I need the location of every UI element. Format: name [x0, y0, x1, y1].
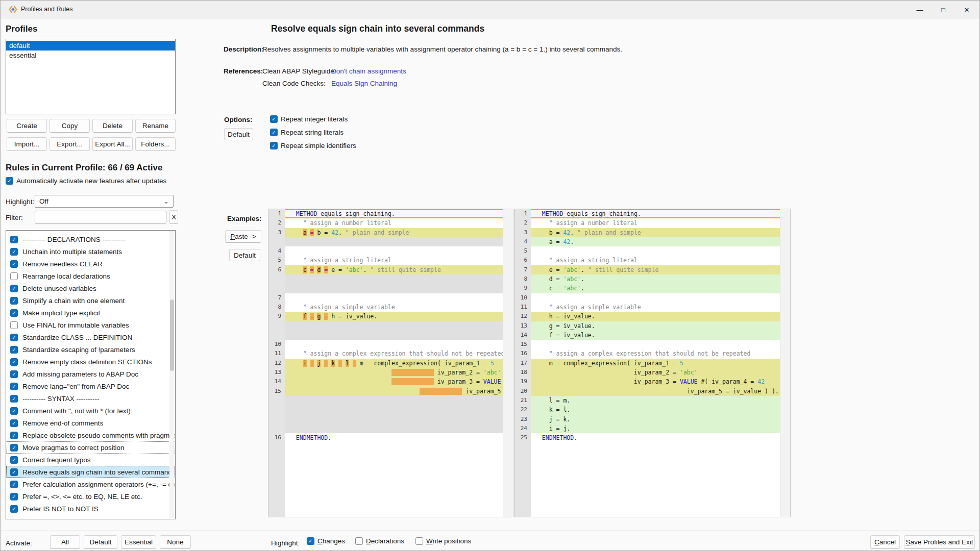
rule-checkbox[interactable]: ✓ [10, 358, 18, 366]
rule-checkbox[interactable]: ✓ [10, 309, 18, 317]
line-number: 9 [514, 284, 531, 293]
examples-default-button[interactable]: Default [229, 249, 260, 261]
rule-checkbox[interactable]: ✓ [10, 370, 18, 378]
rule-checkbox[interactable]: ✓ [10, 334, 18, 341]
rule-checkbox[interactable]: ✓ [10, 395, 18, 403]
line-number: 8 [268, 303, 285, 312]
rule-checkbox[interactable]: ✓ [10, 383, 18, 390]
option-checkbox[interactable]: ✓Repeat string literals [270, 129, 344, 136]
rule-item[interactable]: ✓Unchain into multiple statements [6, 245, 175, 258]
rule-label: Standardize CLASS ... DEFINITION [22, 334, 132, 341]
maximize-button[interactable]: □ [932, 1, 955, 19]
example-code-before-panel[interactable]: 1 METHOD equals_sign_chaining.2 " assign… [268, 209, 513, 517]
profile-item[interactable]: default [6, 41, 175, 51]
code-line: 6 " assign a string literal [514, 256, 780, 265]
save-profiles-button[interactable]: Save Profiles and Exit [904, 535, 975, 549]
reference-link[interactable]: Equals Sign Chaining [331, 80, 397, 87]
footer-checkbox-label: Changes [317, 537, 345, 545]
profile-create-button[interactable]: Create [7, 119, 47, 133]
rule-item[interactable]: ✓Remove lang="en" from ABAP Doc [6, 380, 175, 392]
line-number: 3 [514, 228, 531, 237]
rule-item[interactable]: ✓Resolve equals sign chain into several … [6, 466, 175, 478]
line-number [268, 396, 285, 405]
profile-item[interactable]: essential [6, 51, 175, 60]
rule-checkbox[interactable]: ✓ [10, 248, 18, 256]
footer-highlight-declarations-checkbox[interactable]: ✓Declarations [355, 537, 404, 545]
profile-import-button[interactable]: Import... [7, 137, 47, 151]
rule-item[interactable]: ✓Simplify a chain with one element [6, 294, 175, 307]
options-default-button[interactable]: Default [224, 128, 253, 140]
code-line [268, 405, 503, 414]
rule-item[interactable]: ✓Move pragmas to correct position [6, 441, 175, 454]
profile-copy-button[interactable]: Copy [50, 119, 90, 133]
profile-delete-button[interactable]: Delete [92, 119, 133, 133]
rule-item[interactable]: ✓Use FINAL for immutable variables [6, 319, 175, 331]
filter-clear-button[interactable]: X [169, 210, 178, 224]
rule-label: Move pragmas to correct position [22, 444, 125, 452]
profile-folders-button[interactable]: Folders... [135, 137, 176, 151]
highlight-dropdown[interactable]: Off ⌄ [35, 195, 174, 208]
code-scrollbar[interactable] [503, 209, 513, 517]
minimize-button[interactable]: — [908, 1, 932, 19]
rule-checkbox[interactable]: ✓ [10, 297, 18, 305]
close-button[interactable]: ✕ [955, 1, 978, 19]
code-scrollbar[interactable] [780, 209, 790, 517]
footer-highlight-changes-checkbox[interactable]: ✓Changes [307, 537, 345, 545]
rule-item[interactable]: ✓Delete unused variables [6, 282, 175, 294]
auto-activate-checkbox[interactable]: ✓ Automatically activate new features af… [6, 177, 166, 185]
rule-item[interactable]: ✓---------- DECLARATIONS ---------- [6, 233, 175, 245]
profile-rename-button[interactable]: Rename [135, 119, 176, 133]
line-number: 14 [514, 331, 531, 340]
line-number: 10 [514, 293, 531, 303]
checkbox-icon: ✓ [270, 115, 278, 123]
rule-item[interactable]: ✓Correct frequent typos [6, 454, 175, 466]
rule-item[interactable]: ✓Rearrange local declarations [6, 270, 175, 282]
rule-checkbox[interactable]: ✓ [10, 419, 18, 427]
profile-export-button[interactable]: Export... [50, 137, 90, 151]
cancel-button[interactable]: Cancel [870, 535, 900, 549]
rule-checkbox[interactable]: ✓ [10, 407, 18, 415]
rule-item[interactable]: ✓Prefer calculation assignment operators… [6, 478, 175, 490]
paste-button[interactable]: Paste -> [225, 230, 261, 243]
reference-link[interactable]: Don't chain assignments [331, 67, 406, 75]
rule-checkbox[interactable]: ✓ [10, 493, 18, 500]
rule-item[interactable]: ✓Standardize escaping of !parameters [6, 343, 175, 356]
rule-checkbox[interactable]: ✓ [10, 468, 18, 476]
option-checkbox[interactable]: ✓Repeat simple identifiers [270, 142, 356, 149]
rule-item[interactable]: ✓Replace obsolete pseudo comments with p… [6, 429, 175, 441]
option-checkbox[interactable]: ✓Repeat integer literals [270, 115, 348, 123]
rule-checkbox[interactable]: ✓ [10, 444, 18, 452]
code-line: 25 ENDMETHOD. [514, 433, 780, 442]
line-number: 7 [514, 265, 531, 274]
rule-item[interactable]: ✓Remove empty class definition SECTIONs [6, 356, 175, 368]
rule-checkbox[interactable]: ✓ [10, 432, 18, 439]
example-code-after-panel[interactable]: 1 METHOD equals_sign_chaining.2 " assign… [514, 209, 791, 517]
rule-checkbox[interactable]: ✓ [10, 321, 18, 329]
line-number: 5 [514, 246, 531, 256]
rule-item[interactable]: ✓Make implicit type explicit [6, 307, 175, 319]
rule-checkbox[interactable]: ✓ [10, 260, 18, 268]
rule-item[interactable]: ✓---------- SYNTAX ---------- [6, 392, 175, 405]
rules-list[interactable]: ✓---------- DECLARATIONS ----------✓Unch… [6, 230, 176, 519]
profile-export-all-button[interactable]: Export All... [92, 137, 133, 151]
rule-checkbox[interactable]: ✓ [10, 505, 18, 513]
scrollbar-thumb[interactable] [170, 299, 174, 371]
rule-checkbox[interactable]: ✓ [10, 346, 18, 354]
rule-checkbox[interactable]: ✓ [10, 481, 18, 488]
rules-list-scrollbar[interactable] [169, 231, 175, 518]
rule-checkbox[interactable]: ✓ [10, 236, 18, 243]
rule-item[interactable]: ✓Prefer =, <>, <= etc. to EQ, NE, LE etc… [6, 490, 175, 503]
rule-item[interactable]: ✓Standardize CLASS ... DEFINITION [6, 331, 175, 343]
rule-item[interactable]: ✓Add missing parameters to ABAP Doc [6, 368, 175, 380]
rule-item[interactable]: ✓Remove needless CLEAR [6, 258, 175, 270]
rule-checkbox[interactable]: ✓ [10, 285, 18, 292]
rule-item[interactable]: ✓Comment with ", not with * (for text) [6, 405, 175, 417]
rule-checkbox[interactable]: ✓ [10, 456, 18, 464]
rule-checkbox[interactable]: ✓ [10, 272, 18, 280]
line-number [268, 331, 285, 340]
filter-input[interactable] [35, 211, 166, 223]
footer-highlight-write-positions-checkbox[interactable]: ✓Write positions [415, 537, 471, 545]
profiles-list[interactable]: defaultessential [6, 39, 176, 114]
rule-item[interactable]: ✓Prefer IS NOT to NOT IS [6, 503, 175, 515]
rule-item[interactable]: ✓Remove end-of comments [6, 417, 175, 429]
